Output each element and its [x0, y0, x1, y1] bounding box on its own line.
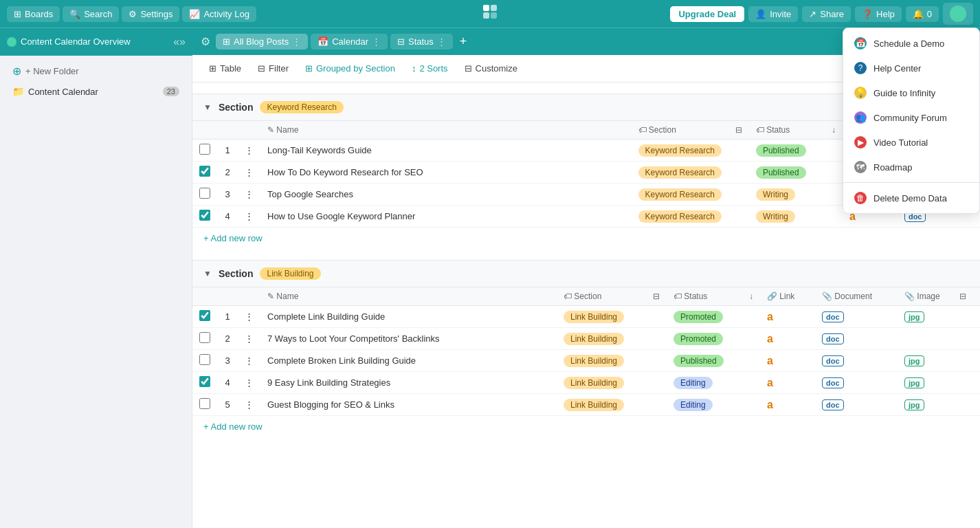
all-blog-posts-tab[interactable]: ⊞ All Blog Posts ⋮	[216, 34, 308, 50]
menu-item-delete-demo-data[interactable]: 🗑 Delete Demo Data	[843, 186, 979, 210]
row-drag-handle[interactable]: ⋮	[238, 372, 260, 394]
row-link[interactable]: a	[760, 350, 815, 372]
svg-rect-2	[483, 12, 489, 19]
section-collapse-icon[interactable]: ▼	[203, 102, 212, 112]
menu-item-guide-to-infinity[interactable]: 💡 Guide to Infinity	[843, 80, 979, 105]
section-header-link: ▼ Section Link Building	[192, 260, 980, 287]
help-button[interactable]: ❓ Help	[855, 6, 902, 22]
filter-icon: ⊟	[258, 63, 265, 74]
main-layout: ⊕ + New Folder 📁 Content Calendar 23 ⊞ T…	[0, 55, 980, 528]
row-checkbox[interactable]	[199, 144, 210, 155]
add-row-link-button[interactable]: + Add new row	[192, 416, 274, 437]
menu-item-community-forum[interactable]: 👥 Community Forum	[843, 105, 979, 130]
settings-button[interactable]: ⚙ Settings	[122, 6, 179, 22]
notifications-button[interactable]: 🔔 0	[906, 6, 939, 22]
row-drag-handle[interactable]: ⋮	[238, 140, 260, 162]
row-drag-handle[interactable]: ⋮	[238, 206, 260, 228]
link-image-col-icon: 📎	[904, 292, 915, 301]
amazon-link-icon[interactable]: a	[767, 355, 773, 366]
row-check-cell[interactable]	[192, 206, 217, 228]
table-icon: ⊞	[209, 63, 216, 74]
menu-item-schedule-a-demo[interactable]: 📅 Schedule a Demo	[843, 31, 979, 56]
calendar-icon	[7, 37, 16, 47]
row-image: jpg	[898, 372, 953, 394]
svg-rect-3	[491, 12, 497, 19]
customize-button[interactable]: ⊟ Customize	[459, 60, 523, 76]
row-check-cell[interactable]	[192, 328, 217, 350]
row-checkbox[interactable]	[199, 188, 210, 199]
row-checkbox[interactable]	[199, 332, 210, 343]
activity-log-button[interactable]: 📈 Activity Log	[182, 6, 256, 22]
row-drag-handle[interactable]: ⋮	[238, 184, 260, 206]
link-tag-col-icon: 🏷	[564, 292, 572, 301]
amazon-link-icon[interactable]: a	[767, 399, 773, 410]
menu-item-help-center[interactable]: ? Help Center	[843, 56, 979, 80]
calendar-tab[interactable]: 📅 Calendar ⋮	[311, 34, 388, 50]
col-row-header	[217, 121, 238, 140]
view-settings-button[interactable]: ⚙	[198, 32, 213, 51]
folder-icon: 📁	[12, 86, 24, 97]
row-drag-handle[interactable]: ⋮	[238, 306, 260, 328]
row-drag-handle[interactable]: ⋮	[238, 328, 260, 350]
row-check-cell[interactable]	[192, 306, 217, 328]
row-name: Complete Broken Link Building Guide	[260, 350, 557, 372]
row-number: 4	[217, 206, 238, 228]
row-checkbox[interactable]	[199, 376, 210, 387]
new-folder-button[interactable]: ⊕ + New Folder	[5, 60, 186, 82]
link-col-link-header: 🔗 Link	[760, 287, 815, 306]
add-view-button[interactable]: +	[456, 33, 471, 50]
row-check-cell[interactable]	[192, 350, 217, 372]
menu-item-roadmap[interactable]: 🗺 Roadmap	[843, 155, 979, 179]
share-button[interactable]: ↗ Share	[802, 6, 851, 22]
menu-icon: 🗑	[854, 192, 867, 204]
group-icon: ⊞	[305, 63, 313, 74]
upgrade-deal-button[interactable]: Upgrade Deal	[670, 6, 744, 22]
link-building-table: ✎ Name 🏷 Section ⊟ 🏷 Status ↓ 🔗 Link	[192, 287, 980, 416]
search-button[interactable]: 🔍 Search	[63, 6, 119, 22]
menu-item-video-tutorial[interactable]: ▶ Video Tutorial	[843, 130, 979, 155]
status-tab[interactable]: ⊟ Status ⋮	[390, 34, 453, 50]
menu-label: Community Forum	[873, 113, 947, 123]
invite-button[interactable]: 👤 Invite	[748, 6, 798, 22]
collapse-sidebar-button[interactable]: «»	[173, 36, 186, 48]
row-checkbox[interactable]	[199, 166, 210, 177]
sorts-button[interactable]: ↕ 2 Sorts	[406, 60, 454, 76]
row-docs: doc	[815, 394, 898, 416]
folder-item-content-calendar[interactable]: 📁 Content Calendar 23	[5, 82, 186, 101]
amazon-link-icon[interactable]: a	[767, 333, 773, 344]
row-status: Published	[749, 162, 825, 184]
section-link-collapse-icon[interactable]: ▼	[203, 269, 212, 278]
row-check-cell[interactable]	[192, 372, 217, 394]
search-icon: 🔍	[69, 9, 80, 19]
row-checkbox[interactable]	[199, 310, 210, 321]
amazon-link-icon[interactable]: a	[767, 377, 773, 388]
row-docs: doc	[815, 372, 898, 394]
jpg-badge: jpg	[904, 377, 924, 388]
filter-button[interactable]: ⊟ Filter	[252, 60, 294, 76]
add-row-keyword-button[interactable]: + Add new row	[192, 228, 274, 249]
row-checkbox[interactable]	[199, 354, 210, 365]
row-link[interactable]: a	[760, 394, 815, 416]
table-view-button[interactable]: ⊞ Table	[203, 60, 247, 76]
section-link-building: ▼ Section Link Building ✎ Name 🏷 Section	[192, 260, 980, 437]
row-checkbox[interactable]	[199, 398, 210, 409]
grouped-by-button[interactable]: ⊞ Grouped by Section	[300, 60, 401, 76]
link-doc-col-icon: 📎	[822, 292, 832, 301]
help-dropdown-menu: 📅 Schedule a Demo ? Help Center 💡 Guide …	[843, 28, 980, 214]
row-check-cell[interactable]	[192, 184, 217, 206]
row-drag-handle[interactable]: ⋮	[238, 394, 260, 416]
avatar-button[interactable]	[943, 3, 973, 25]
row-check-cell[interactable]	[192, 162, 217, 184]
row-name: How to Use Google Keyword Planner	[260, 206, 632, 228]
row-link[interactable]: a	[760, 372, 815, 394]
row-link[interactable]: a	[760, 328, 815, 350]
row-check-cell[interactable]	[192, 394, 217, 416]
row-link[interactable]: a	[760, 306, 815, 328]
row-check-cell[interactable]	[192, 140, 217, 162]
row-status: Writing	[749, 184, 825, 206]
row-drag-handle[interactable]: ⋮	[238, 350, 260, 372]
amazon-link-icon[interactable]: a	[767, 311, 773, 322]
row-drag-handle[interactable]: ⋮	[238, 162, 260, 184]
row-checkbox[interactable]	[199, 210, 210, 221]
boards-button[interactable]: ⊞ Boards	[7, 6, 60, 22]
